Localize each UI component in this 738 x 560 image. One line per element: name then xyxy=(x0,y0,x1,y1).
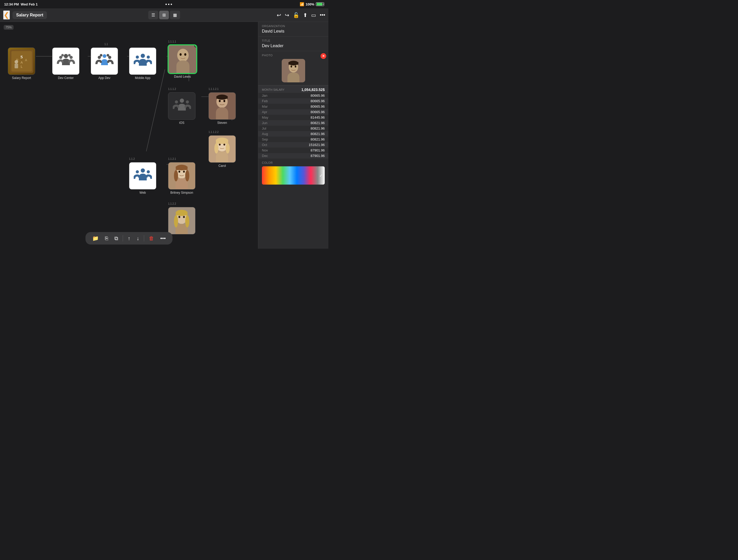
app-dev-icon xyxy=(95,52,114,70)
node-web[interactable]: 1.1.2 Web xyxy=(129,162,156,195)
delete-button[interactable]: 🗑 xyxy=(146,234,156,243)
svg-point-17 xyxy=(15,60,18,64)
carol-photo xyxy=(209,135,236,163)
svg-point-35 xyxy=(184,53,186,56)
grid-small-view-button[interactable]: ⊞ xyxy=(159,11,169,19)
node-britney-simpson[interactable]: 1.1.2.1 Britney Simpson xyxy=(168,162,196,195)
mobile-app-icon xyxy=(134,52,152,70)
node-david-lewis[interactable]: 1.1.1.1 David Lewis xyxy=(168,45,197,78)
svg-rect-77 xyxy=(289,62,298,65)
right-panel: ORGANIZATION David Lewis TITLE Dev Leade… xyxy=(258,22,328,249)
svg-point-19 xyxy=(64,54,68,58)
svg-rect-50 xyxy=(216,140,228,144)
salary-amount-mar: 80665.96 xyxy=(311,104,325,108)
folder-button[interactable]: 📁 xyxy=(90,234,101,243)
photo-preview xyxy=(282,59,305,82)
node-label-ios: iOS xyxy=(179,121,184,124)
salary-month-jul: Jul xyxy=(262,126,266,130)
salary-amount-jun: 80821.96 xyxy=(311,121,325,125)
david-lewis-photo xyxy=(168,45,197,73)
node-salary-report[interactable]: S A L A R Salary Report xyxy=(8,47,35,80)
grid-view-button[interactable]: ▦ xyxy=(170,11,180,19)
svg-point-51 xyxy=(215,143,219,153)
title-section: TITLE Dev Leader xyxy=(258,36,328,51)
color-palette[interactable]: ✓ xyxy=(262,166,325,185)
svg-point-34 xyxy=(179,53,181,56)
duplicate-button[interactable]: ⎘ xyxy=(102,234,111,243)
salary-month-dec: Dec xyxy=(262,154,268,158)
organization-value[interactable]: David Lewis xyxy=(262,29,325,34)
toolbar: ❮ Salary Report ☰ ⊞ ▦ ↩ ↪ 🔓 ⬆ ▭ ••• xyxy=(0,8,328,22)
svg-point-48 xyxy=(223,144,225,146)
salary-month-apr: Apr xyxy=(262,110,267,114)
undo-button[interactable]: ↩ xyxy=(277,12,281,18)
node-num-steven: 1.1.1.2.1 xyxy=(209,87,219,90)
svg-point-27 xyxy=(100,54,102,57)
title-value[interactable]: Dev Leader xyxy=(262,43,325,48)
svg-point-66 xyxy=(178,216,180,218)
salary-row-sep: Sep80821.96 xyxy=(258,136,328,142)
svg-rect-61 xyxy=(175,167,188,170)
salary-amount-aug: 80821.96 xyxy=(311,132,325,136)
toolbar-divider-2 xyxy=(144,235,144,241)
node-carol[interactable]: 1.1.1.2.2 Carol xyxy=(209,135,236,168)
toolbar-right: ↩ ↪ 🔓 ⬆ ▭ ••• xyxy=(180,12,325,18)
node-app-dev[interactable]: 1.1 App Dev xyxy=(91,47,118,80)
wifi-icon: 📶 xyxy=(300,2,304,6)
organization-label: ORGANIZATION xyxy=(262,24,325,28)
salary-row-aug: Aug80821.96 xyxy=(258,131,328,136)
more-options-button[interactable]: ••• xyxy=(158,234,168,243)
svg-text:A: A xyxy=(20,61,23,64)
redo-button[interactable]: ↪ xyxy=(285,12,289,18)
svg-point-38 xyxy=(186,100,189,103)
canvas[interactable]: 75% xyxy=(0,22,258,249)
salary-row-feb: Feb80665.96 xyxy=(258,98,328,104)
salary-row-jan: Jan80665.96 xyxy=(258,93,328,98)
salary-row-jul: Jul80821.96 xyxy=(258,126,328,131)
svg-point-31 xyxy=(147,55,150,59)
bottom-toolbar: 📁 ⎘ ⧉ ↑ ↓ 🗑 ••• xyxy=(85,232,172,245)
color-check: ✓ xyxy=(319,173,323,178)
node-steven[interactable]: 1.1.1.2.1 Steven xyxy=(209,92,236,124)
svg-point-55 xyxy=(147,170,150,173)
steven-photo xyxy=(209,92,236,120)
node-extra[interactable]: 1.1.2.2 xyxy=(168,207,196,234)
salary-amount-sep: 80821.96 xyxy=(311,137,325,141)
svg-point-59 xyxy=(183,171,185,173)
color-label: COLOR xyxy=(262,161,325,164)
lock-button[interactable]: 🔓 xyxy=(293,12,299,18)
salary-month-aug: Aug xyxy=(262,132,268,136)
salary-row-mar: Mar80665.96 xyxy=(258,104,328,109)
photo-remove-button[interactable]: ✕ xyxy=(321,53,326,59)
copy-button[interactable]: ⧉ xyxy=(112,234,121,243)
salary-month-may: May xyxy=(262,115,269,119)
svg-point-37 xyxy=(175,100,178,103)
sidebar-toggle-button[interactable]: ▭ xyxy=(311,12,316,18)
share-button[interactable]: ⬆ xyxy=(303,12,308,18)
photo-preview-image xyxy=(282,59,305,82)
download-button[interactable]: ↓ xyxy=(134,234,142,243)
node-label-dev-center: Dev Center xyxy=(58,76,74,80)
svg-point-28 xyxy=(106,54,109,57)
salary-amount-apr: 80665.96 xyxy=(311,110,325,114)
node-num-carol: 1.1.1.2.2 xyxy=(209,130,219,133)
node-mobile-app[interactable]: Mobile App xyxy=(129,47,156,80)
node-num-extra: 1.1.2.2 xyxy=(168,202,176,205)
svg-point-42 xyxy=(223,100,225,102)
main-content: 75% xyxy=(0,22,328,249)
node-ios[interactable]: 1.1.1.2 iOS xyxy=(168,92,196,124)
node-num-britney: 1.1.2.1 xyxy=(168,158,176,160)
node-dev-center[interactable]: Dev Center xyxy=(52,47,79,80)
salary-row-jun: Jun80821.96 xyxy=(258,120,328,126)
node-label-app-dev: App Dev xyxy=(98,76,110,80)
list-view-button[interactable]: ☰ xyxy=(148,11,158,19)
more-button[interactable]: ••• xyxy=(320,12,325,18)
upload-button[interactable]: ↑ xyxy=(125,234,133,243)
document-title: Salary Report xyxy=(12,11,47,19)
back-button[interactable]: ❮ xyxy=(3,10,10,20)
svg-text:A: A xyxy=(25,58,27,62)
svg-point-23 xyxy=(68,54,71,57)
salary-amount-may: 81445.96 xyxy=(311,115,325,119)
svg-point-47 xyxy=(219,144,221,146)
node-label-steven: Steven xyxy=(217,121,227,124)
